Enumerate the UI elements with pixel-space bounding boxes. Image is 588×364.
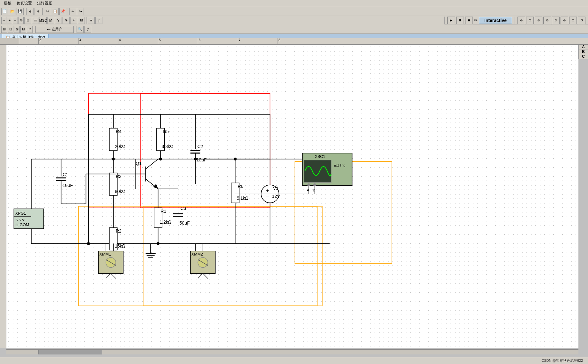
save-btn[interactable]: 💾 (17, 8, 24, 15)
svg-text:⊕ GOM: ⊕ GOM (15, 223, 29, 227)
sep3 (68, 8, 68, 15)
svg-text:Q1: Q1 (136, 161, 142, 166)
menu-matrix[interactable]: 矩阵视图 (34, 0, 55, 7)
t2-btn4[interactable]: ⊕ (19, 17, 24, 24)
ctrl-btn6[interactable]: ⊙ (561, 17, 568, 24)
copy-btn[interactable]: 📋 (52, 8, 59, 15)
svg-point-122 (159, 158, 162, 160)
print-btn[interactable]: 🖨 (26, 8, 33, 15)
t2-btn13[interactable]: ≡ (88, 17, 95, 24)
menu-sim[interactable]: 仿真设置 (14, 0, 34, 7)
svg-text:∿∿∿: ∿∿∿ (15, 218, 25, 222)
pause-btn[interactable]: ⏸ (456, 17, 464, 24)
status-credit: CSDN @望穿秋色流波622 (541, 358, 583, 363)
svg-point-123 (87, 242, 90, 245)
svg-point-115 (313, 183, 316, 186)
t3-btn2[interactable]: ⊟ (8, 26, 13, 33)
ruler-left (0, 45, 6, 348)
t2-btn14[interactable]: ∫ (95, 17, 102, 24)
right-labels: A B C (578, 45, 588, 59)
mode-icon: ✏ (474, 18, 478, 23)
t3-btn3[interactable]: ⊠ (14, 26, 20, 33)
t2-btn12[interactable]: ⊡ (78, 17, 85, 24)
open-btn[interactable]: 📂 (9, 8, 16, 15)
t2-btn10[interactable]: ⊗ (63, 17, 70, 24)
svg-text:R1: R1 (160, 209, 166, 214)
ctrl-btn2[interactable]: ⊙ (526, 17, 534, 24)
t2-btn6[interactable]: ☰ (32, 17, 39, 24)
dropdown-inuse[interactable]: --- 在用户 (35, 26, 74, 33)
play-btn[interactable]: ▶ (447, 17, 455, 24)
circuit-svg: C1 10μF R4 20kΩ R3 80kΩ (6, 45, 578, 348)
svg-text:XMM1: XMM1 (100, 252, 111, 256)
svg-text:R3: R3 (116, 174, 122, 179)
svg-text:Ext Trig: Ext Trig (334, 163, 346, 167)
svg-line-104 (198, 273, 203, 279)
t3-btn5[interactable]: ⊕ (27, 26, 33, 33)
mode-label: Interactive (479, 17, 512, 24)
sep4 (86, 17, 86, 24)
svg-text:R2: R2 (116, 228, 122, 234)
t3-btn1[interactable]: ⊞ (1, 26, 7, 33)
svg-line-96 (106, 273, 111, 279)
svg-line-97 (111, 273, 116, 279)
svg-text:10μF: 10μF (63, 183, 73, 188)
undo-btn[interactable]: ↩ (69, 8, 76, 15)
svg-text:+: + (266, 188, 269, 193)
sep5 (34, 26, 34, 33)
svg-text:A: A (307, 188, 309, 192)
label-A: A (579, 45, 588, 49)
svg-text:XSC1: XSC1 (315, 154, 325, 159)
svg-text:R4: R4 (116, 129, 122, 134)
scroll-thumb[interactable] (38, 350, 102, 354)
paste-btn[interactable]: 📌 (59, 8, 66, 15)
svg-text:15kΩ: 15kΩ (115, 243, 125, 249)
ctrl-btn1[interactable]: ⊙ (517, 17, 525, 24)
menu-layers[interactable]: 层板 (1, 0, 14, 7)
t2-btn11[interactable]: ✦ (70, 17, 77, 24)
t3-btn4[interactable]: ⊡ (20, 26, 26, 33)
svg-text:XPG1: XPG1 (15, 211, 26, 216)
t3-zoom1[interactable]: 🔍 (77, 26, 84, 33)
t3-zoom2[interactable]: ? (84, 26, 91, 33)
stop-btn[interactable]: ⏹ (465, 17, 473, 24)
t2-btn7[interactable]: MSC (40, 17, 47, 24)
toolbar-1: 📄 📂 💾 🖨 🖨 ✂ 📋 📌 ↩ ↪ (0, 7, 588, 16)
ctrl-btn8[interactable]: ⚙ (578, 17, 585, 24)
label-C: C (579, 54, 588, 59)
svg-text:20kΩ: 20kΩ (115, 144, 125, 149)
svg-text:B: B (313, 188, 315, 192)
svg-text:V1: V1 (273, 186, 279, 191)
svg-text:−: − (266, 193, 269, 199)
ruler-mark-8: 8 (278, 38, 280, 44)
menu-bar: 层板 仿真设置 矩阵视图 (0, 0, 588, 7)
right-sim-controls: ⊙ ⊙ ⊙ ⊙ ⊙ ⊙ ⊙ ⚙ (515, 17, 588, 24)
ctrl-btn4[interactable]: ⊙ (543, 17, 551, 24)
svg-text:R6: R6 (238, 184, 243, 189)
label-B: B (579, 49, 588, 54)
t2-btn2[interactable]: + (7, 17, 12, 24)
print2-btn[interactable]: 🖨 (34, 8, 41, 15)
schematic-canvas[interactable]: C1 10μF R4 20kΩ R3 80kΩ (6, 45, 578, 348)
schematic-inner: C1 10μF R4 20kΩ R3 80kΩ (6, 45, 578, 348)
bottom-scrollbar[interactable] (6, 349, 578, 354)
ruler-corner (0, 38, 19, 44)
svg-marker-52 (153, 184, 158, 189)
t2-btn3[interactable]: → (13, 17, 18, 24)
cut-btn[interactable]: ✂ (44, 8, 51, 15)
t2-btn5[interactable]: ⊞ (24, 17, 31, 24)
ruler-top: 2 3 4 5 6 7 8 (0, 38, 588, 45)
svg-text:10μF: 10μF (197, 157, 207, 162)
sim-control-area: ▶ ⏸ ⏹ ✏ Interactive (444, 17, 515, 24)
scroll-track (6, 350, 578, 354)
new-btn[interactable]: 📄 (1, 8, 8, 15)
t2-btn1[interactable]: ← (1, 17, 6, 24)
ctrl-btn7[interactable]: ⊙ (569, 17, 577, 24)
redo-btn[interactable]: ↪ (77, 8, 84, 15)
svg-text:3.3kΩ: 3.3kΩ (161, 144, 173, 149)
t2-btn8[interactable]: M (47, 17, 54, 24)
ctrl-btn5[interactable]: ⊙ (552, 17, 560, 24)
t2-btn9[interactable]: Y (55, 17, 62, 24)
ruler-mark-5: 5 (158, 38, 161, 44)
ctrl-btn3[interactable]: ⊙ (535, 17, 542, 24)
